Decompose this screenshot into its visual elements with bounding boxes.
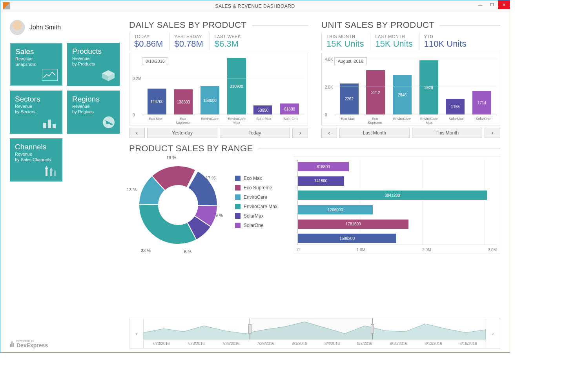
timeline-selection[interactable]	[250, 318, 373, 339]
hbar-xlabels: 01.0M2.0M3.0M	[297, 248, 497, 252]
donut-svg	[129, 156, 227, 254]
daily-title-text: DAILY SALES BY PRODUCT	[129, 20, 247, 30]
legend-swatch	[235, 185, 241, 191]
timeline-body[interactable]: 7/20/20167/23/20167/26/20167/29/20168/1/…	[144, 318, 486, 348]
daily-prev-arrow[interactable]: ‹	[129, 128, 145, 138]
tile-subtitle: Revenueby Products	[72, 56, 115, 67]
donut-pct-solarmax: 8 %	[184, 249, 191, 254]
hbar-solarone[interactable]: 818800	[298, 162, 349, 171]
legend-item-eco-supreme[interactable]: Eco Supreme	[235, 185, 286, 191]
maximize-button[interactable]: ☐	[486, 0, 498, 9]
main-area: DAILY SALES BY PRODUCT TODAY$0.86MYESTER…	[129, 20, 500, 348]
metric-label: LAST WEEK	[215, 34, 241, 39]
tile-sales[interactable]: SalesRevenueSnapshots	[10, 43, 62, 86]
y-tick: 0.2M	[133, 76, 141, 81]
metric-today: TODAY$0.86M	[129, 33, 169, 51]
bar-eco-supreme[interactable]: 3212	[366, 56, 385, 115]
daily-panel-title: DAILY SALES BY PRODUCT	[129, 20, 308, 30]
metric-label: YESTERDAY	[174, 34, 203, 39]
bar-solarmax[interactable]: 50950	[253, 56, 272, 115]
x-label: Eco Max	[146, 117, 165, 125]
metric-last-week: LAST WEEK$6.3M	[210, 33, 247, 51]
bar-envirocare-max[interactable]: 3929	[419, 56, 438, 115]
unit-next-arrow[interactable]: ›	[485, 128, 500, 138]
daily-chart: 8/18/2016 00.2M1447001386001580003109005…	[129, 53, 308, 125]
bar-solarone[interactable]: 1714	[472, 56, 491, 115]
hbar-chart: 8188007418003041200120600017816001586200…	[294, 156, 500, 254]
hbar-eco-max[interactable]: 1586200	[298, 234, 396, 243]
daily-prev-button[interactable]: Yesterday	[147, 128, 217, 138]
timeline-dates: 7/20/20167/23/20167/26/20167/29/20168/1/…	[144, 341, 486, 347]
svg-rect-10	[50, 171, 52, 176]
daily-next-arrow[interactable]: ›	[292, 128, 308, 138]
legend-swatch	[235, 223, 241, 228]
timeline-date: 8/13/2016	[425, 341, 442, 346]
unit-prev-button[interactable]: Last Month	[339, 128, 410, 138]
minimize-button[interactable]: —	[474, 0, 486, 9]
daily-xlabels: Eco MaxEco SupremeEnviroCareEnviroCare M…	[142, 115, 304, 125]
bars-icon	[42, 117, 58, 130]
hbar-x-tick: 0	[297, 248, 300, 252]
timeline-date: 8/4/2016	[324, 341, 340, 346]
unit-prev-arrow[interactable]: ‹	[321, 128, 337, 138]
bar-envirocare-max[interactable]: 310900	[227, 56, 246, 115]
x-label: EnviroCare	[200, 117, 219, 125]
hbar-envirocare-max[interactable]: 3041200	[298, 191, 487, 200]
legend-item-solarmax[interactable]: SolarMax	[235, 213, 286, 219]
timeline-prev-arrow[interactable]: ‹	[129, 318, 144, 348]
bar-envirocare[interactable]: 2846	[393, 56, 412, 115]
bar-eco-supreme[interactable]: 138600	[174, 56, 193, 115]
timeline-date: 7/29/2016	[257, 341, 275, 346]
metric-value: $0.86M	[134, 39, 163, 49]
timeline-handle-right[interactable]	[371, 324, 374, 334]
timeline-date: 8/1/2016	[292, 341, 307, 346]
close-button[interactable]: ✕	[498, 0, 510, 9]
donut-pct-solarone: 9 %	[215, 213, 223, 218]
bar-solarone[interactable]: 61800	[280, 56, 299, 115]
donut-pct-eco-max: 17 %	[206, 176, 215, 180]
legend-item-eco-max[interactable]: Eco Max	[235, 176, 286, 181]
range-title-text: PRODUCT SALES BY RANGE	[129, 143, 253, 154]
hbar-x-tick: 3.0M	[488, 248, 497, 252]
hbar-solarmax[interactable]: 741800	[298, 176, 344, 186]
chart-line-icon	[42, 69, 58, 82]
unit-next-button[interactable]: This Month	[412, 128, 482, 138]
legend-item-solarone[interactable]: SolarOne	[235, 223, 286, 228]
legend-label: SolarOne	[244, 223, 264, 228]
daily-next-button[interactable]: Today	[220, 128, 290, 138]
range-row: 17 %19 %13 %33 %8 %9 % Eco MaxEco Suprem…	[129, 156, 500, 254]
donut-pct-eco-supreme: 19 %	[166, 155, 176, 160]
hbar-envirocare[interactable]: 1206000	[298, 205, 373, 214]
bar-value: 2846	[393, 75, 412, 115]
bar-value: 144700	[148, 89, 166, 115]
timeline-next-arrow[interactable]: ›	[486, 318, 500, 348]
tile-regions[interactable]: RegionsRevenueby Regions	[67, 91, 120, 134]
x-label: Eco Max	[339, 117, 357, 125]
metric-last-month: LAST MONTH15K Units	[370, 33, 419, 51]
tile-products[interactable]: ProductsRevenueby Products	[67, 43, 120, 86]
tile-title: Sectors	[15, 95, 57, 103]
metric-label: YTD	[424, 34, 467, 39]
donut-slice-envirocare-max[interactable]	[139, 204, 196, 244]
bar-eco-max[interactable]: 2262	[340, 56, 359, 115]
timeline-date: 7/26/2016	[222, 341, 240, 346]
timeline-handle-left[interactable]	[248, 324, 252, 334]
legend-item-envirocare[interactable]: EnviroCare	[235, 194, 286, 200]
x-label: EnviroCare	[393, 117, 412, 125]
tile-channels[interactable]: ChannelsRevenueby Sales Channels	[10, 138, 62, 181]
bar-solarmax[interactable]: 1155	[446, 56, 465, 115]
legend-label: Eco Supreme	[244, 185, 272, 191]
legend-swatch	[235, 194, 241, 200]
unit-nav: ‹ Last Month This Month ›	[321, 128, 500, 138]
divider	[440, 25, 500, 25]
hbar-eco-supreme[interactable]: 1781600	[298, 220, 408, 229]
tile-sectors[interactable]: SectorsRevenueby Sectors	[10, 91, 62, 134]
bar-value: 2262	[340, 83, 359, 115]
metric-ytd: YTD110K Units	[419, 33, 473, 51]
bar-value: 61800	[280, 103, 299, 115]
legend-item-envirocare-max[interactable]: EnviroCare Max	[235, 204, 286, 209]
bar-eco-max[interactable]: 144700	[148, 56, 166, 115]
y-tick: 0	[133, 113, 135, 117]
bar-envirocare[interactable]: 158000	[200, 56, 219, 115]
window-controls: — ☐ ✕	[474, 0, 510, 9]
